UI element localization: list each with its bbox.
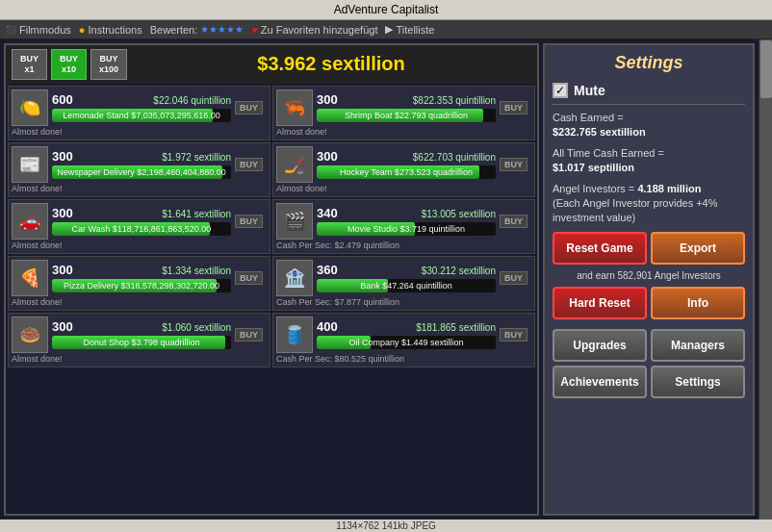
export-button[interactable]: Export [651, 232, 745, 265]
carwash-status: Almost done! [12, 241, 267, 250]
left-column: 🍋 600 $22.046 quintillion Lemonade Stand… [8, 86, 270, 512]
oil-cost: $181.865 sextillion [416, 322, 496, 333]
managers-button[interactable]: Managers [651, 329, 745, 362]
lemonade-buy-btn[interactable]: BUY [235, 101, 263, 114]
donut-cost: $1.060 sextillion [162, 322, 231, 333]
newspaper-progress-label: Newspaper Delivery $2,198,460,404,880.00 [52, 165, 231, 179]
info-button[interactable]: Info [651, 287, 745, 319]
scrollbar[interactable] [759, 39, 772, 519]
shrimp-status: Almost done! [276, 127, 531, 137]
oil-icon: 🛢️ [276, 317, 313, 353]
hockey-cost: $622.703 quintillion [413, 152, 496, 163]
hockey-progress-label: Hockey Team $273.523 quadrillion [317, 165, 496, 179]
lemonade-count: 600 [52, 92, 73, 107]
pizza-count: 300 [52, 263, 73, 277]
bank-cashpersec: Cash Per Sec: $7.877 quintillion [276, 297, 531, 307]
shrimp-count: 300 [317, 92, 338, 107]
buy-bar: BUY x1 BUY x10 BUY x100 $3.962 sextillio… [6, 45, 537, 84]
toolbar-favorites[interactable]: ♥ Zu Favoriten hinzugefügt [251, 24, 377, 36]
reset-game-button[interactable]: Reset Game [553, 232, 647, 265]
bank-progress-label: Bank $47.264 quintillion [317, 279, 496, 292]
bank-buy-btn[interactable]: BUY [500, 271, 528, 285]
lemonade-progress-label: Lemonade Stand $7,035,073,295,616.00 [52, 109, 231, 122]
oil-progress-bg: Oil Company $1.449 sextillion [317, 336, 496, 349]
divider-1 [553, 104, 745, 105]
newspaper-buy-btn[interactable]: BUY [235, 158, 263, 171]
donut-progress-label: Donut Shop $3.798 quadrillion [52, 336, 231, 349]
hockey-buy-btn[interactable]: BUY [500, 158, 528, 171]
bottom-info: 1134×762 141kb JPEG [336, 520, 436, 531]
carwash-buy-btn[interactable]: BUY [235, 215, 263, 228]
mute-checkbox[interactable]: ✓ [553, 83, 568, 98]
mute-label: Mute [574, 83, 605, 98]
shrimp-buy-btn[interactable]: BUY [500, 101, 528, 114]
cash-earned-stat: Cash Earned = $232.765 sextillion [553, 111, 745, 140]
newspaper-progress-bg: Newspaper Delivery $2,198,460,404,880.00 [52, 165, 231, 179]
toolbar-bewerten: Bewerten: ★★★★★ [150, 24, 244, 36]
lemonade-status: Almost done! [12, 127, 267, 137]
movie-icon: 🎬 [276, 203, 313, 240]
donut-buy-btn[interactable]: BUY [235, 328, 263, 342]
movie-count: 340 [317, 206, 338, 220]
list-item: 🚗 300 $1.641 sextillion Car Wash $118,71… [8, 199, 270, 254]
newspaper-count: 300 [52, 149, 73, 164]
oil-buy-btn[interactable]: BUY [500, 328, 528, 342]
settings-button[interactable]: Settings [651, 366, 745, 398]
hockey-status: Almost done! [276, 184, 531, 193]
oil-count: 400 [317, 319, 338, 334]
list-item: 🍋 600 $22.046 quintillion Lemonade Stand… [8, 86, 270, 140]
hard-reset-button[interactable]: Hard Reset [553, 287, 647, 319]
pizza-progress-label: Pizza Delivery $316,578,298,302,720.00 [52, 279, 231, 292]
achievements-button[interactable]: Achievements [553, 366, 647, 398]
movie-progress-label: Movie Studio $3.719 quintillion [317, 222, 496, 236]
buy-x10-button[interactable]: BUY x10 [51, 49, 87, 80]
list-item: 🦐 300 $822.353 quintillion Shrimp Boat $… [272, 86, 535, 140]
cash-display: $3.962 sextillion [131, 53, 531, 75]
game-panel: BUY x1 BUY x10 BUY x100 $3.962 sextillio… [4, 43, 539, 516]
movie-cost: $13.005 sextillion [422, 209, 496, 219]
list-item: 🏦 360 $30.212 sextillion Bank $47.264 qu… [272, 256, 535, 311]
bank-icon: 🏦 [276, 260, 313, 296]
buy-x100-button[interactable]: BUY x100 [90, 49, 127, 80]
oil-progress-label: Oil Company $1.449 sextillion [317, 336, 496, 349]
toolbar-film[interactable]: ⬛ Filmmodus [6, 24, 71, 36]
movie-progress-bg: Movie Studio $3.719 quintillion [317, 222, 496, 236]
carwash-progress-bg: Car Wash $118,716,861,863,520.00 [52, 222, 231, 236]
lemonade-progress-bg: Lemonade Stand $7,035,073,295,616.00 [52, 109, 231, 122]
shrimp-progress-bg: Shrimp Boat $22.793 quadrillion [317, 109, 496, 122]
list-item: 🎬 340 $13.005 sextillion Movie Studio $3… [272, 199, 535, 254]
shrimp-icon: 🦐 [276, 89, 313, 126]
hockey-count: 300 [317, 149, 338, 164]
list-item: 🍩 300 $1.060 sextillion Donut Shop $3.79… [8, 313, 270, 367]
businesses-grid: 🍋 600 $22.046 quintillion Lemonade Stand… [6, 84, 537, 514]
all-time-stat: All Time Cash Earned = $1.017 septillion [553, 146, 745, 176]
list-item: 🍕 300 $1.334 sextillion Pizza Delivery $… [8, 256, 270, 311]
scrollbar-thumb[interactable] [760, 40, 772, 98]
donut-count: 300 [52, 319, 73, 334]
newspaper-cost: $1.972 sextillion [162, 152, 231, 163]
carwash-cost: $1.641 sextillion [162, 209, 231, 219]
newspaper-icon: 📰 [12, 146, 48, 183]
pizza-buy-btn[interactable]: BUY [235, 271, 263, 285]
import-hardreset-buttons: Hard Reset Info [553, 287, 745, 319]
pizza-progress-bg: Pizza Delivery $316,578,298,302,720.00 [52, 279, 231, 292]
mute-row: ✓ Mute [553, 83, 745, 98]
toolbar-titelliste[interactable]: ▶ Titelliste [385, 23, 434, 36]
hockey-progress-bg: Hockey Team $273.523 quadrillion [317, 165, 496, 179]
toolbar-instructions[interactable]: ● Instructions [79, 24, 142, 36]
lemonade-cost: $22.046 quintillion [153, 95, 231, 106]
heart-icon: ♥ [251, 24, 258, 36]
pizza-icon: 🍕 [12, 260, 48, 296]
hockey-icon: 🏒 [276, 146, 313, 183]
upgrades-button[interactable]: Upgrades [553, 329, 647, 362]
carwash-count: 300 [52, 206, 73, 220]
newspaper-status: Almost done! [12, 184, 267, 193]
buy-x1-button[interactable]: BUY x1 [12, 49, 47, 80]
donut-progress-bg: Donut Shop $3.798 quadrillion [52, 336, 231, 349]
star-rating: ★★★★★ [200, 24, 244, 35]
shrimp-cost: $822.353 quintillion [413, 95, 496, 106]
movie-buy-btn[interactable]: BUY [500, 215, 528, 228]
lemonade-icon: 🍋 [12, 89, 48, 126]
right-column: 🦐 300 $822.353 quintillion Shrimp Boat $… [272, 86, 535, 512]
settings-title: Settings [553, 53, 745, 73]
